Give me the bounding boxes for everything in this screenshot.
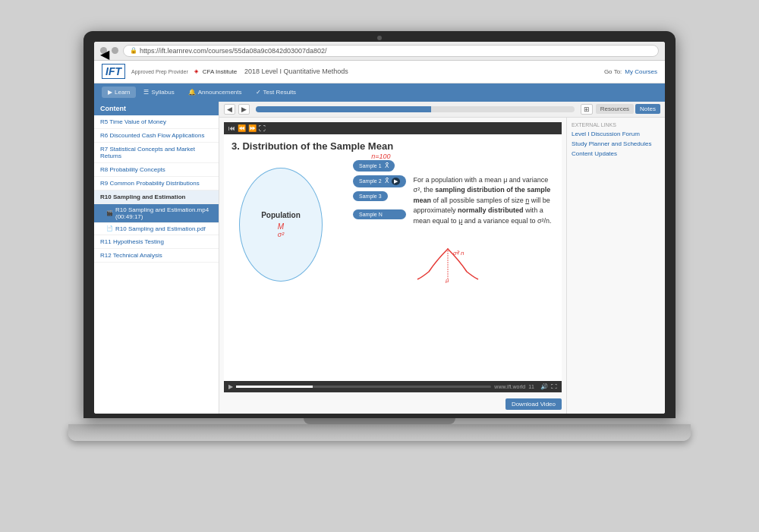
- sample-2-bubble: Sample 2 X̄ ▶: [353, 175, 406, 187]
- app-header: IFT Approved Prep Provider ◈ CFA Institu…: [94, 61, 665, 83]
- sidebar-sub-item-video[interactable]: 🎬 R10 Sampling and Estimation.mp4 (00:49…: [94, 204, 219, 223]
- fullscreen-icon[interactable]: ⛶: [551, 383, 557, 390]
- next-button[interactable]: ▶: [238, 104, 250, 115]
- tab-test-results[interactable]: ✓ Test Results: [250, 87, 303, 98]
- sidebar-item-r7[interactable]: R7 Statistical Concepts and Market Retur…: [94, 143, 219, 163]
- sidebar: Content R5 Time Value of Money R6 Discou…: [94, 102, 219, 414]
- sidebar-item-r11[interactable]: R11 Hypothesis Testing: [94, 235, 219, 249]
- play-button[interactable]: ▶: [392, 178, 400, 185]
- laptop-container: ◀ 🔒 https://ift.learnrev.com/courses/55d…: [68, 31, 691, 502]
- sample-n-row: Sample N: [353, 209, 406, 219]
- right-tabs: Resources Notes: [596, 104, 660, 114]
- sample-n-label: Sample N: [359, 212, 383, 217]
- rewind-button[interactable]: ⏮: [228, 124, 235, 132]
- sidebar-item-r12[interactable]: R12 Technical Analysis: [94, 249, 219, 263]
- sample-1-row: Sample 1 X̄: [353, 160, 406, 172]
- svg-text:μ: μ: [445, 277, 449, 283]
- ift-logo: IFT: [102, 64, 125, 79]
- address-bar[interactable]: 🔒 https://ift.learnrev.com/courses/55da0…: [123, 45, 659, 57]
- tab-announcements[interactable]: 🔔 Announcements: [182, 87, 248, 98]
- slide-title: 3. Distribution of the Sample Mean: [231, 140, 554, 152]
- back-button[interactable]: ◀: [100, 47, 107, 54]
- sidebar-sub-item-pdf[interactable]: 📄 R10 Sampling and Estimation.pdf: [94, 223, 219, 235]
- approved-badge: Approved Prep Provider: [131, 69, 188, 74]
- video-progress-played: [236, 386, 313, 388]
- browser-toolbar: ◀ 🔒 https://ift.learnrev.com/courses/55d…: [94, 42, 665, 60]
- laptop-base: [68, 424, 691, 441]
- forward-button[interactable]: [112, 47, 118, 54]
- progress-bar: [256, 106, 575, 112]
- sigma-annotation: σ²: [278, 231, 284, 238]
- volume-icon[interactable]: 🔊: [540, 383, 548, 390]
- ext-link-updates[interactable]: Content Updates: [572, 150, 660, 157]
- video-progress-track[interactable]: [236, 386, 491, 388]
- sample-bubbles-container: n=100 Sample 1 X̄: [353, 156, 406, 293]
- download-video-button[interactable]: Download Video: [505, 398, 562, 410]
- population-ellipse: Population M σ²: [239, 168, 323, 282]
- lock-icon: 🔒: [130, 47, 137, 54]
- syllabus-icon: ☰: [143, 89, 149, 96]
- test-results-icon: ✓: [256, 89, 261, 96]
- prev-button[interactable]: ◀: [224, 104, 235, 115]
- time-display: 11: [528, 384, 534, 389]
- sidebar-item-r10[interactable]: R10 Sampling and Estimation: [94, 190, 219, 204]
- fullscreen-button[interactable]: ⛶: [259, 124, 266, 132]
- mu-annotation: M: [278, 222, 284, 231]
- ift-watermark: www.ift.world: [494, 384, 525, 389]
- normal-curve-container: σ² / n μ: [414, 241, 554, 287]
- url-text: https://ift.learnrev.com/courses/55da08a…: [140, 47, 327, 55]
- next-frame-button[interactable]: ⏩: [248, 124, 257, 132]
- browser-chrome: ◀ 🔒 https://ift.learnrev.com/courses/55d…: [94, 42, 665, 61]
- sidebar-header: Content: [94, 102, 219, 115]
- video-file-icon: 🎬: [106, 210, 113, 216]
- ext-link-planner[interactable]: Study Planner and Schedules: [572, 140, 660, 147]
- nav-tabs: ▶ Learn ☰ Syllabus 🔔 Announcements ✓ Tes…: [94, 83, 665, 102]
- tab-announcements-label: Announcements: [198, 89, 242, 96]
- external-links-heading: EXTERNAL LINKS: [572, 122, 660, 127]
- population-diagram: Population M σ²: [231, 156, 345, 293]
- grid-icon[interactable]: ⊞: [581, 104, 593, 115]
- sample-2-label: Sample 2: [359, 178, 382, 184]
- n-annotation: n=100: [371, 153, 390, 160]
- sidebar-item-r6[interactable]: R6 Discounted Cash Flow Applications: [94, 129, 219, 143]
- screen-bezel: ◀ 🔒 https://ift.learnrev.com/courses/55d…: [83, 31, 676, 418]
- tab-notes[interactable]: Notes: [635, 104, 660, 114]
- slide-description: For a population with a mean μ and varia…: [414, 156, 554, 293]
- ext-link-forum[interactable]: Level I Discussion Forum: [572, 131, 660, 137]
- goto-label: Go To:: [604, 68, 622, 75]
- tab-learn[interactable]: ▶ Learn: [102, 87, 136, 98]
- progress-fill: [256, 106, 431, 112]
- sample-3-row: Sample 3: [353, 191, 406, 201]
- svg-text:n: n: [461, 250, 465, 257]
- main-layout: Content R5 Time Value of Money R6 Discou…: [94, 102, 665, 414]
- video-player: ⏮ ⏪ ⏩ ⛶ 3. Distribution of the Sample Me…: [224, 122, 562, 392]
- sidebar-item-r9[interactable]: R9 Common Probability Distributions: [94, 177, 219, 190]
- video-top-controls: ⏮ ⏪ ⏩ ⛶: [224, 122, 562, 134]
- sample-2-symbol: X̄: [385, 178, 389, 184]
- slide-visual: Population M σ² n=10: [231, 156, 554, 293]
- sample-1-symbol: X̄: [385, 162, 389, 169]
- sidebar-item-r8[interactable]: R8 Probability Concepts: [94, 163, 219, 177]
- sample-n-bubble: Sample N: [353, 209, 406, 219]
- tab-resources[interactable]: Resources: [596, 104, 634, 114]
- learn-icon: ▶: [108, 89, 112, 96]
- pdf-file-icon: 📄: [106, 225, 113, 231]
- sample-2-row: Sample 2 X̄ ▶: [353, 175, 406, 187]
- sample-1-bubble: Sample 1 X̄: [353, 160, 395, 172]
- my-courses-button[interactable]: My Courses: [625, 68, 657, 75]
- video-controls-bar: ▶ www.ift.world 11 🔊 ⛶: [224, 381, 562, 392]
- slide-content: 3. Distribution of the Sample Mean Popul…: [224, 134, 562, 381]
- prev-frame-button[interactable]: ⏪: [238, 124, 246, 132]
- download-area: Download Video: [224, 395, 562, 410]
- content-area: ◀ ▶ ⊞ Resources Notes: [219, 102, 665, 414]
- population-label: Population: [261, 211, 301, 219]
- svg-text:/: /: [457, 250, 460, 256]
- sample-1-label: Sample 1: [359, 163, 382, 168]
- normal-curve-svg: σ² / n μ: [414, 241, 482, 283]
- sidebar-item-r5[interactable]: R5 Time Value of Money: [94, 115, 219, 129]
- sample-3-label: Sample 3: [359, 194, 382, 199]
- right-sidebar: EXTERNAL LINKS Level I Discussion Forum …: [566, 118, 665, 414]
- camera-dot: [377, 36, 382, 40]
- play-pause-button[interactable]: ▶: [228, 383, 233, 390]
- tab-syllabus[interactable]: ☰ Syllabus: [137, 87, 180, 98]
